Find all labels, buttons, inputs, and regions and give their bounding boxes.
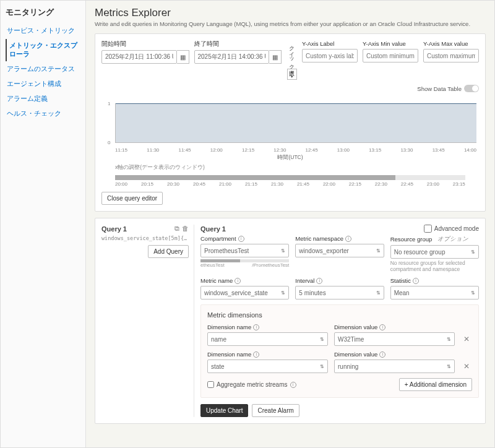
query-editor-card: Query 1 ⧉ 🗑 windows_service_state[5m]{na… bbox=[95, 218, 486, 424]
metric-name-select[interactable] bbox=[200, 286, 289, 299]
chart-x-axis-title: 時間(UTC) bbox=[101, 154, 479, 162]
chart-ytick-1: 1 bbox=[108, 101, 110, 106]
delete-icon[interactable]: 🗑 bbox=[182, 225, 189, 233]
query-list-title: Query 1 bbox=[101, 225, 127, 233]
sidebar-item-alarm-status[interactable]: アラームのステータス bbox=[6, 62, 80, 76]
resource-group-label: Resource group bbox=[390, 236, 433, 243]
chart-overview-scrollbar[interactable] bbox=[115, 175, 465, 180]
copy-icon[interactable]: ⧉ bbox=[174, 225, 179, 233]
quick-select-label: クイック選択 bbox=[286, 40, 297, 67]
remove-dimension-icon[interactable]: ✕ bbox=[461, 360, 472, 373]
dimension-value-select[interactable] bbox=[334, 360, 455, 373]
quick-select-spinner[interactable]: ▴▾ bbox=[287, 69, 297, 80]
end-time-input[interactable] bbox=[194, 50, 270, 64]
sidebar-item-service-metrics[interactable]: サービス・メトリック bbox=[6, 24, 80, 38]
dimension-value-select[interactable] bbox=[334, 332, 455, 346]
yaxis-label-label: Y-Axis Label bbox=[302, 40, 358, 47]
metric-dimensions-heading: Metric dimensions bbox=[207, 311, 472, 319]
compartment-select[interactable] bbox=[200, 244, 289, 257]
namespace-select[interactable] bbox=[295, 244, 384, 257]
yaxis-max-label: Y-Axis Max value bbox=[423, 40, 479, 47]
metric-dimensions-panel: Metric dimensions Dimension namei ⇅ Dime… bbox=[200, 304, 479, 398]
close-query-editor-button[interactable]: Close query editor bbox=[101, 192, 163, 205]
add-query-button[interactable]: Add Query bbox=[148, 245, 189, 258]
resource-group-select[interactable] bbox=[390, 245, 479, 259]
chart-card: 開始時間 ▦ 終了時間 ▦ クイック選択 ▴▾ bbox=[95, 33, 486, 212]
show-data-table-toggle[interactable] bbox=[464, 85, 479, 92]
metric-name-label: Metric name bbox=[200, 277, 233, 284]
info-icon[interactable]: i bbox=[253, 324, 259, 330]
sidebar-item-metrics-explorer[interactable]: メトリック・エクスプローラ bbox=[6, 39, 80, 61]
query-code-preview: windows_service_state[5m]{name = "W32Tim… bbox=[101, 235, 189, 241]
interval-select[interactable] bbox=[295, 286, 384, 299]
sidebar-item-health-checks[interactable]: ヘルス・チェック bbox=[6, 107, 80, 121]
query-editor-title: Query 1 bbox=[200, 225, 226, 233]
compartment-scrollbar[interactable] bbox=[200, 259, 289, 262]
sidebar-item-agent-config[interactable]: エージェント構成 bbox=[6, 77, 80, 91]
sidebar-title: モニタリング bbox=[6, 7, 80, 18]
sidebar: モニタリング サービス・メトリック メトリック・エクスプローラ アラームのステー… bbox=[1, 1, 86, 447]
metrics-chart: 1 0 11:15 11:30 11:45 12:00 12:15 12:30 … bbox=[101, 103, 479, 153]
start-time-label: 開始時間 bbox=[101, 40, 189, 48]
info-icon[interactable]: i bbox=[379, 351, 385, 358]
add-dimension-button[interactable]: + Additional dimension bbox=[399, 378, 472, 391]
sidebar-item-alarm-definitions[interactable]: アラーム定義 bbox=[6, 92, 80, 106]
info-icon[interactable]: i bbox=[253, 351, 259, 358]
calendar-icon[interactable]: ▦ bbox=[269, 50, 282, 64]
interval-label: Interval bbox=[295, 277, 314, 284]
chart-ytick-0: 0 bbox=[108, 140, 110, 145]
dimension-name-select[interactable] bbox=[207, 332, 328, 346]
create-alarm-button[interactable]: Create Alarm bbox=[252, 404, 299, 417]
page-subtitle: Write and edit queries in Monitoring Que… bbox=[95, 20, 486, 27]
page-title: Metrics Explorer bbox=[95, 7, 486, 19]
statistic-select[interactable] bbox=[390, 286, 479, 299]
resource-group-note: No resource groups for selected compartm… bbox=[390, 260, 479, 272]
remove-dimension-icon[interactable]: ✕ bbox=[461, 332, 472, 346]
main-content: Metrics Explorer Write and edit queries … bbox=[86, 1, 494, 447]
chart-overview-note: x軸の調整(データ表示のウィンドウ) bbox=[115, 164, 479, 171]
chart-overview-ticks: 20:00 20:15 20:30 20:45 21:00 21:15 21:3… bbox=[115, 181, 465, 187]
namespace-label: Metric namespace bbox=[295, 235, 343, 242]
yaxis-max-input[interactable] bbox=[423, 49, 479, 62]
chart-series-fill bbox=[116, 103, 476, 142]
info-icon[interactable]: i bbox=[345, 236, 351, 242]
start-time-input[interactable] bbox=[101, 50, 177, 64]
compartment-label: Compartment bbox=[200, 235, 236, 242]
info-icon[interactable]: i bbox=[235, 278, 241, 284]
info-icon[interactable]: i bbox=[290, 382, 296, 388]
aggregate-streams-checkbox[interactable]: Aggregate metric streams i bbox=[207, 381, 296, 388]
statistic-label: Statistic bbox=[390, 277, 411, 284]
query-list-panel: Query 1 ⧉ 🗑 windows_service_state[5m]{na… bbox=[101, 225, 194, 417]
dimension-name-select[interactable] bbox=[207, 360, 328, 373]
query-editor-panel: Query 1 Advanced mode Compartmenti ⇅ eth… bbox=[194, 225, 479, 417]
chart-x-ticks: 11:15 11:30 11:45 12:00 12:15 12:30 12:4… bbox=[115, 147, 476, 153]
yaxis-min-label: Y-Axis Min value bbox=[363, 40, 418, 47]
end-time-label: 終了時間 bbox=[194, 40, 282, 48]
yaxis-min-input[interactable] bbox=[363, 49, 418, 62]
yaxis-label-input[interactable] bbox=[302, 49, 358, 62]
advanced-mode-toggle[interactable]: Advanced mode bbox=[424, 225, 479, 233]
show-data-table-label: Show Data Table bbox=[417, 85, 462, 92]
info-icon[interactable]: i bbox=[238, 236, 244, 242]
info-icon[interactable]: i bbox=[413, 278, 419, 284]
info-icon[interactable]: i bbox=[379, 324, 385, 330]
info-icon[interactable]: i bbox=[316, 278, 322, 284]
update-chart-button[interactable]: Update Chart bbox=[200, 404, 248, 417]
calendar-icon[interactable]: ▦ bbox=[177, 50, 189, 64]
